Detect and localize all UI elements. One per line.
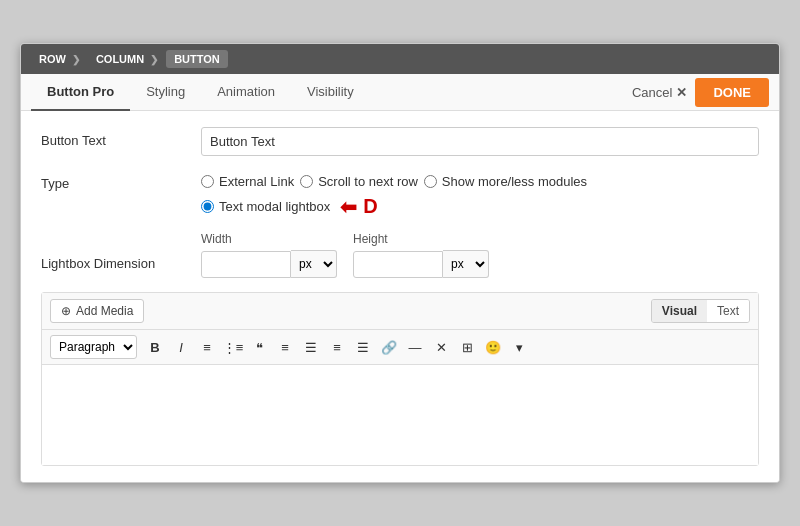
button-text-row: Button Text: [41, 127, 759, 156]
button-text-input[interactable]: [201, 127, 759, 156]
breadcrumb-row[interactable]: ROW: [31, 50, 88, 68]
paragraph-select[interactable]: Paragraph: [50, 335, 137, 359]
height-label: Height: [353, 232, 489, 246]
editor-toolbar: Paragraph B I ≡ ⋮≡ ❝ ≡ ☰ ≡ ☰ 🔗 — ✕ ⊞ 🙂 ▾: [42, 330, 758, 365]
cancel-label: Cancel: [632, 85, 672, 100]
media-icon: ⊕: [61, 304, 71, 318]
align-justify-button[interactable]: ☰: [351, 335, 375, 359]
add-media-label: Add Media: [76, 304, 133, 318]
type-control: External Link Scroll to next row Show mo…: [201, 170, 759, 218]
button-text-label: Button Text: [41, 127, 201, 148]
width-input[interactable]: [201, 251, 291, 278]
modal-container: ROW COLUMN BUTTON Button Pro Styling Ani…: [20, 43, 780, 483]
type-label: Type: [41, 170, 201, 191]
radio-text-modal[interactable]: [201, 200, 214, 213]
view-tab-visual[interactable]: Visual: [652, 300, 707, 322]
cancel-button[interactable]: Cancel ✕: [632, 85, 687, 100]
height-group: Height px % em: [353, 232, 489, 278]
align-right-button[interactable]: ≡: [325, 335, 349, 359]
type-radio-group: External Link Scroll to next row Show mo…: [201, 170, 759, 189]
align-left-button[interactable]: ≡: [273, 335, 297, 359]
content-area: Button Text Type External Link Scroll to…: [21, 111, 779, 482]
lightbox-dimension-label: Lightbox Dimension: [41, 232, 201, 271]
view-tab-text[interactable]: Text: [707, 300, 749, 322]
show-more-label: Show more/less modules: [442, 174, 587, 189]
dim-fields: Width px % em Height: [201, 232, 489, 278]
type-external-link[interactable]: External Link: [201, 174, 294, 189]
external-link-label: External Link: [219, 174, 294, 189]
view-tabs: Visual Text: [651, 299, 750, 323]
width-label: Width: [201, 232, 337, 246]
align-center-button[interactable]: ☰: [299, 335, 323, 359]
blockquote-button[interactable]: ❝: [247, 335, 271, 359]
width-group: Width px % em: [201, 232, 337, 278]
radio-scroll-next-row[interactable]: [300, 175, 313, 188]
radio-external-link[interactable]: [201, 175, 214, 188]
editor-toolbar-top: ⊕ Add Media Visual Text: [42, 293, 758, 330]
breadcrumb-column[interactable]: COLUMN: [88, 50, 166, 68]
horizontal-rule-button[interactable]: —: [403, 335, 427, 359]
editor-body[interactable]: [42, 365, 758, 465]
tab-actions: Cancel ✕ DONE: [632, 78, 769, 107]
emoji-button[interactable]: 🙂: [481, 335, 505, 359]
lightbox-dimension-row: Lightbox Dimension Width px % em Height: [41, 232, 759, 278]
tab-styling[interactable]: Styling: [130, 74, 201, 111]
breadcrumb-button[interactable]: BUTTON: [166, 50, 228, 68]
done-button[interactable]: DONE: [695, 78, 769, 107]
type-text-modal[interactable]: Text modal lightbox: [201, 199, 330, 214]
more-button[interactable]: ✕: [429, 335, 453, 359]
height-input-row: px % em: [353, 250, 489, 278]
add-media-button[interactable]: ⊕ Add Media: [50, 299, 144, 323]
table-button[interactable]: ⊞: [455, 335, 479, 359]
button-text-control: [201, 127, 759, 156]
type-radio-row2: Text modal lightbox ⬅ D: [201, 195, 759, 218]
tab-bar: Button Pro Styling Animation Visibility …: [21, 74, 779, 111]
dropdown-button[interactable]: ▾: [507, 335, 531, 359]
type-row: Type External Link Scroll to next row Sh…: [41, 170, 759, 218]
tab-button-pro[interactable]: Button Pro: [31, 74, 130, 111]
scroll-next-row-label: Scroll to next row: [318, 174, 418, 189]
tab-visibility[interactable]: Visibility: [291, 74, 370, 111]
width-units-select[interactable]: px % em: [291, 250, 337, 278]
annotation-arrow: ⬅ D: [340, 195, 377, 218]
bold-button[interactable]: B: [143, 335, 167, 359]
close-icon: ✕: [676, 85, 687, 100]
height-input[interactable]: [353, 251, 443, 278]
unordered-list-button[interactable]: ≡: [195, 335, 219, 359]
link-button[interactable]: 🔗: [377, 335, 401, 359]
red-arrow-icon: ⬅: [340, 197, 357, 217]
italic-button[interactable]: I: [169, 335, 193, 359]
radio-show-more[interactable]: [424, 175, 437, 188]
text-modal-label: Text modal lightbox: [219, 199, 330, 214]
tab-animation[interactable]: Animation: [201, 74, 291, 111]
ordered-list-button[interactable]: ⋮≡: [221, 335, 245, 359]
type-scroll-next-row[interactable]: Scroll to next row: [300, 174, 418, 189]
editor-section: ⊕ Add Media Visual Text Paragraph B I ≡ …: [41, 292, 759, 466]
d-annotation-label: D: [363, 195, 377, 218]
type-show-more[interactable]: Show more/less modules: [424, 174, 587, 189]
width-input-row: px % em: [201, 250, 337, 278]
breadcrumb: ROW COLUMN BUTTON: [21, 44, 779, 74]
height-units-select[interactable]: px % em: [443, 250, 489, 278]
